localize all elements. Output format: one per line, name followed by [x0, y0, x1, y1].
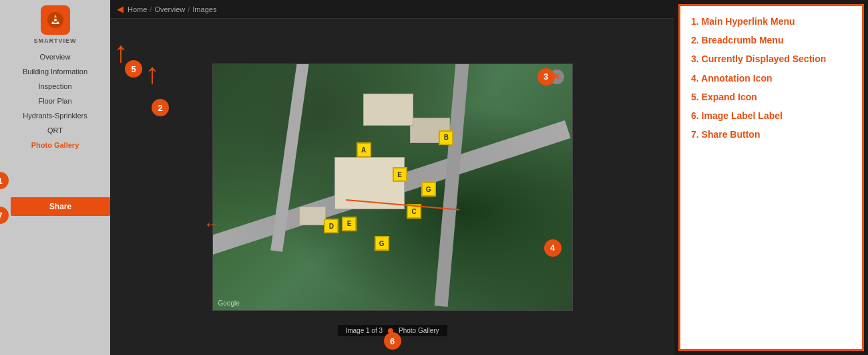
badge-5: 5 [125, 60, 142, 78]
sidebar-item-qrt[interactable]: QRT [0, 123, 110, 138]
info-item-5-text: 5. Expand Icon [691, 92, 757, 102]
annotation-marker-e2[interactable]: E [342, 217, 357, 231]
annotation-marker-g2[interactable]: G [375, 236, 389, 251]
badge-7: 7 [0, 207, 9, 224]
share-arrow-icon: ← [204, 215, 220, 233]
badge-6: 6 [384, 332, 401, 350]
info-item-1: 1. Main Hyperlink Menu [691, 15, 851, 27]
sidebar-item-inspection[interactable]: Inspection [0, 79, 110, 94]
map-background: A B C D E E G G N 3 4 Google [213, 64, 572, 310]
sidebar-item-photo-gallery[interactable]: Photo Gallery [0, 138, 110, 152]
annotation-marker-e1[interactable]: E [393, 167, 407, 182]
road-vertical [435, 64, 471, 307]
breadcrumb-overview[interactable]: Overview [154, 5, 185, 13]
main-content: ◀ Home / Overview / Images ↑ ↑ 5 2 ← [110, 0, 674, 355]
map-container: ↑ ↑ 5 2 ← A B C D [110, 19, 674, 355]
info-item-7: 7. Share Button [691, 128, 851, 140]
breadcrumb-home[interactable]: Home [128, 5, 147, 13]
info-item-3-text: 3. Currently Displayed Section [691, 53, 826, 64]
info-item-6: 6. Image Label Label [691, 110, 851, 122]
google-watermark: Google [218, 300, 240, 307]
sidebar-item-overview[interactable]: Overview [0, 49, 110, 64]
info-item-4: 4. Annotation Icon [691, 72, 851, 84]
annotation-marker-d[interactable]: D [324, 219, 339, 233]
info-item-1-text: 1. Main Hyperlink Menu [691, 16, 795, 27]
app-logo-icon [41, 5, 70, 35]
badge-1: 1 [0, 172, 9, 189]
app-name-label: SMARTVIEW [34, 37, 77, 44]
logo-svg [46, 11, 65, 29]
annotation-marker-a[interactable]: A [357, 142, 371, 157]
topbar: ◀ Home / Overview / Images [110, 0, 674, 19]
annotation-marker-g1[interactable]: G [421, 182, 436, 197]
expand-arrow-left: ↑ [114, 37, 128, 67]
nav-arrow-icon: ◀ [117, 4, 124, 14]
sidebar-item-hydrants-sprinklers[interactable]: Hydrants-Sprinklers [0, 108, 110, 123]
nav-menu: Overview Building Information Inspection… [0, 49, 110, 152]
expand-arrow-right: ↑ [145, 59, 160, 88]
building-3 [363, 94, 413, 126]
info-panel: 1. Main Hyperlink Menu 2. Breadcrumb Men… [678, 4, 864, 351]
building-4 [299, 207, 326, 225]
info-item-6-text: 6. Image Label Label [691, 110, 783, 121]
info-item-4-text: 4. Annotation Icon [691, 73, 773, 84]
badge-2: 2 [152, 99, 169, 116]
info-item-2: 2. Breadcrumb Menu [691, 34, 851, 46]
info-item-7-text: 7. Share Button [691, 129, 760, 140]
annotation-marker-b[interactable]: B [439, 130, 453, 145]
info-item-5: 5. Expand Icon [691, 91, 851, 103]
sidebar-item-building-information[interactable]: Building Information [0, 64, 110, 79]
badge-3: 3 [537, 68, 555, 86]
logo-container: SMARTVIEW [34, 5, 77, 44]
info-item-2-text: 2. Breadcrumb Menu [691, 35, 783, 45]
info-item-3: 3. Currently Displayed Section [691, 53, 851, 65]
sidebar: SMARTVIEW Overview Building Information … [0, 0, 110, 355]
sidebar-item-floor-plan[interactable]: Floor Plan [0, 94, 110, 108]
map-image[interactable]: A B C D E E G G N 3 4 Google [212, 64, 573, 311]
image-label-text-right: Photo Gallery [399, 327, 439, 334]
svg-point-3 [54, 19, 57, 21]
image-label-text-left: Image 1 of 3 [345, 327, 383, 334]
badge-4: 4 [544, 239, 562, 257]
breadcrumb-sep-2: / [188, 5, 190, 13]
breadcrumb-sep-1: / [150, 5, 152, 13]
breadcrumb: Home / Overview / Images [128, 5, 216, 13]
breadcrumb-current: Images [192, 5, 216, 13]
share-button[interactable]: Share [11, 197, 110, 216]
